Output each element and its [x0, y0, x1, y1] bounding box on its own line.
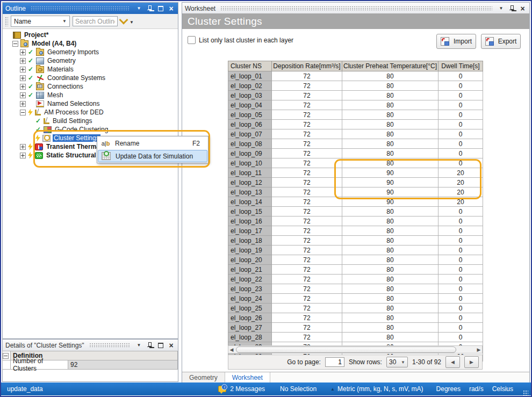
section-collapse[interactable]: [2, 351, 11, 360]
cell-dwell-time[interactable]: 0: [438, 71, 483, 81]
cell-dwell-time[interactable]: 0: [438, 129, 483, 139]
panel-menu-icon[interactable]: ▼: [135, 4, 143, 12]
cell-dwell-time[interactable]: 0: [438, 207, 483, 216]
cell-dwell-time[interactable]: 0: [438, 265, 483, 275]
close-icon[interactable]: ×: [519, 4, 527, 12]
cell-deposition-rate[interactable]: 72: [272, 207, 342, 216]
cell-preheat-temperature[interactable]: 80: [342, 246, 438, 255]
cell-preheat-temperature[interactable]: 80: [342, 226, 438, 236]
cell-preheat-temperature[interactable]: 90: [342, 178, 438, 187]
tab-geometry[interactable]: Geometry: [182, 372, 225, 383]
cell-deposition-rate[interactable]: 72: [272, 333, 342, 342]
tree-item-materials[interactable]: ✓Materials: [3, 65, 178, 74]
expander-icon[interactable]: [20, 49, 26, 55]
resize-grip-icon[interactable]: [523, 390, 528, 395]
cell-preheat-temperature[interactable]: 80: [342, 236, 438, 246]
cell-dwell-time[interactable]: 0: [438, 275, 483, 284]
cell-preheat-temperature[interactable]: 80: [342, 284, 438, 294]
tree-item-am-process-for-ded[interactable]: AM Process for DED: [3, 108, 178, 117]
scroll-right-icon[interactable]: ▶: [476, 347, 482, 352]
filter-dropdown[interactable]: Name ▼: [11, 16, 70, 27]
cell-deposition-rate[interactable]: 72: [272, 91, 342, 100]
cell-preheat-temperature[interactable]: 80: [342, 323, 438, 333]
cell-deposition-rate[interactable]: 72: [272, 246, 342, 255]
cell-dwell-time[interactable]: 0: [438, 216, 483, 226]
search-options-caret-icon[interactable]: ▼: [130, 20, 134, 25]
show-rows-select[interactable]: 30 ▼: [386, 357, 408, 367]
column-header-deposition-rate-mm-s[interactable]: Deposition Rate[mm³/s]: [272, 61, 342, 71]
cell-dwell-time[interactable]: 0: [438, 236, 483, 246]
cell-preheat-temperature[interactable]: 80: [342, 275, 438, 284]
cell-deposition-rate[interactable]: 72: [272, 139, 342, 149]
cell-dwell-time[interactable]: 0: [438, 226, 483, 236]
cell-preheat-temperature[interactable]: 80: [342, 110, 438, 120]
cell-deposition-rate[interactable]: 72: [272, 275, 342, 284]
cell-deposition-rate[interactable]: 72: [272, 149, 342, 158]
cell-preheat-temperature[interactable]: 90: [342, 168, 438, 178]
cell-dwell-time[interactable]: 0: [438, 149, 483, 158]
cell-deposition-rate[interactable]: 72: [272, 187, 342, 197]
tree-item-model-a4-b4[interactable]: Model (A4, B4): [3, 39, 178, 48]
search-input[interactable]: [73, 16, 118, 26]
menu-item-rename[interactable]: a|bRenameF2: [98, 137, 207, 150]
previous-page-button[interactable]: ◀: [445, 356, 460, 368]
cell-deposition-rate[interactable]: 72: [272, 168, 342, 178]
tree-item-connections[interactable]: ✓Connections: [3, 82, 178, 91]
cell-preheat-temperature[interactable]: 80: [342, 265, 438, 275]
scroll-left-icon[interactable]: ◀: [228, 347, 235, 352]
tree-item-named-selections[interactable]: Named Selections: [3, 99, 178, 108]
cell-preheat-temperature[interactable]: 80: [342, 139, 438, 149]
unit-system-selector[interactable]: ▲ Metric (mm, kg, N, s, mV, mA): [330, 385, 423, 393]
cell-deposition-rate[interactable]: 72: [272, 110, 342, 120]
tree-item-geometry[interactable]: ✓Geometry: [3, 56, 178, 65]
panel-menu-icon[interactable]: ▼: [135, 341, 143, 349]
cell-preheat-temperature[interactable]: 80: [342, 304, 438, 313]
maximize-icon[interactable]: [156, 341, 164, 349]
cell-dwell-time[interactable]: 20: [438, 168, 483, 178]
expander-icon[interactable]: [20, 144, 26, 150]
cell-dwell-time[interactable]: 20: [438, 187, 483, 197]
column-header-cluster-preheat-temperature-c[interactable]: Cluster Preheat Temperature[°C]: [342, 61, 438, 71]
cell-preheat-temperature[interactable]: 80: [342, 120, 438, 129]
cell-deposition-rate[interactable]: 72: [272, 129, 342, 139]
toolbar-grip[interactable]: [5, 17, 8, 26]
cell-dwell-time[interactable]: 0: [438, 120, 483, 129]
cell-dwell-time[interactable]: 0: [438, 91, 483, 100]
temperature-unit[interactable]: Celsius: [492, 385, 513, 393]
expander-icon[interactable]: [12, 41, 18, 47]
cell-dwell-time[interactable]: 0: [438, 284, 483, 294]
cell-preheat-temperature[interactable]: 80: [342, 255, 438, 265]
maximize-icon[interactable]: [156, 4, 164, 12]
cell-dwell-time[interactable]: 0: [438, 294, 483, 304]
cell-deposition-rate[interactable]: 72: [272, 284, 342, 294]
cell-preheat-temperature[interactable]: 80: [342, 71, 438, 81]
tree-item-g-code-clustering[interactable]: ✓G-Code Clustering: [3, 125, 178, 134]
tree-item-build-settings[interactable]: ✓Build Settings: [3, 117, 178, 125]
menu-item-update-data-for-simulation[interactable]: Update Data for Simulation: [98, 150, 207, 162]
close-icon[interactable]: ×: [167, 4, 175, 12]
cell-preheat-temperature[interactable]: 80: [342, 158, 438, 168]
cell-deposition-rate[interactable]: 72: [272, 81, 342, 91]
cell-preheat-temperature[interactable]: 80: [342, 149, 438, 158]
cell-deposition-rate[interactable]: 72: [272, 323, 342, 333]
tree-item-geometry-imports[interactable]: ✓Geometry Imports: [3, 48, 178, 56]
scrollbar-thumb[interactable]: [236, 347, 456, 353]
expander-icon[interactable]: [20, 67, 26, 73]
cell-dwell-time[interactable]: 20: [438, 197, 483, 207]
cell-dwell-time[interactable]: 0: [438, 158, 483, 168]
expander-icon[interactable]: [20, 101, 26, 107]
tree-item-coordinate-systems[interactable]: ✓Coordinate Systems: [3, 74, 178, 82]
cell-deposition-rate[interactable]: 72: [272, 236, 342, 246]
pin-icon[interactable]: [146, 4, 154, 12]
expander-icon[interactable]: [20, 58, 26, 64]
cell-deposition-rate[interactable]: 72: [272, 304, 342, 313]
expander-icon[interactable]: [20, 84, 26, 90]
angular-velocity-unit[interactable]: rad/s: [469, 385, 484, 393]
import-button[interactable]: Import: [436, 34, 476, 49]
tree-item-project[interactable]: Project*: [3, 31, 178, 39]
messages-indicator[interactable]: 2 Messages: [218, 385, 265, 393]
cell-dwell-time[interactable]: 0: [438, 333, 483, 342]
expander-icon[interactable]: [20, 75, 26, 81]
cell-dwell-time[interactable]: 0: [438, 246, 483, 255]
cell-deposition-rate[interactable]: 72: [272, 265, 342, 275]
